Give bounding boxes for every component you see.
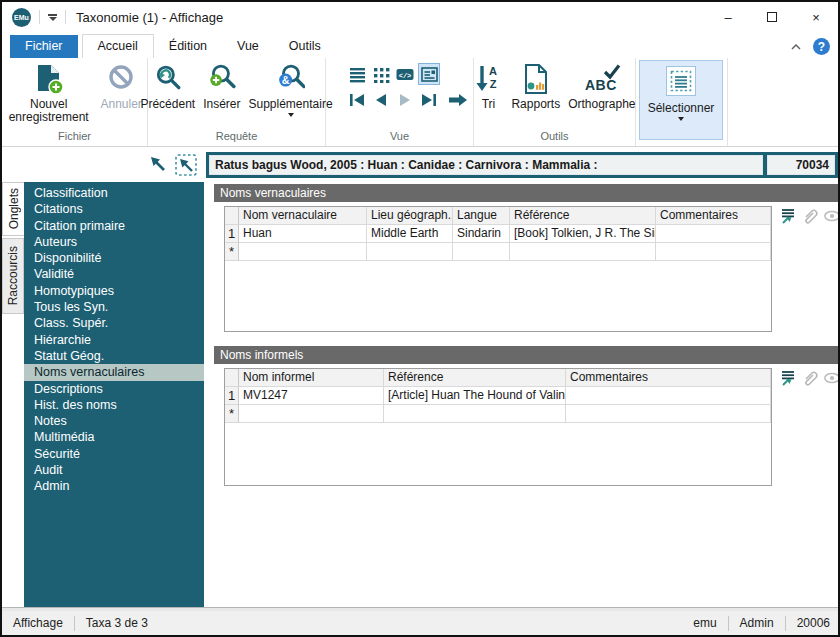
column-header[interactable]: Nom informel [239,369,384,387]
spelling-button[interactable]: ABC Orthographe [564,61,639,113]
pointer-tool-icon[interactable] [148,154,168,180]
sidebar-item[interactable]: Citations [24,201,204,217]
additional-query-button[interactable]: & Supplémentaire [245,61,337,119]
sidebar-item[interactable]: Tous les Syn. [24,299,204,315]
sidebar-item[interactable]: Validité [24,266,204,282]
column-header[interactable]: Nom vernaculaire [239,207,367,225]
list-view-icon[interactable] [346,63,368,85]
sidebar-item[interactable]: Hiérarchie [24,332,204,348]
sidebar-item[interactable]: Homotypiques [24,283,204,299]
sort-button[interactable]: A Z Tri [469,61,507,113]
goto-record-icon[interactable] [447,89,469,111]
column-header[interactable]: Commentaires [656,207,771,225]
grid-view-icon[interactable] [370,63,392,85]
table-cell[interactable] [566,387,771,405]
svg-text:Z: Z [490,78,497,90]
next-record-icon[interactable] [394,89,416,111]
table-cell[interactable] [656,243,771,261]
fill-down-icon[interactable] [778,368,797,387]
sidebar-tab-onglets[interactable]: Onglets [2,182,24,236]
tab-outils[interactable]: Outils [274,35,336,58]
insert-button[interactable]: Insérer [199,61,244,113]
last-record-icon[interactable] [418,89,440,111]
column-header[interactable]: Langue [453,207,510,225]
column-header[interactable]: Référence [384,369,566,387]
tab-edition[interactable]: Édition [154,35,222,58]
ribbon-group-vue: </> [326,58,474,146]
table-cell[interactable] [239,243,367,261]
sidebar-item[interactable]: Multimédia [24,429,204,445]
form-view-icon[interactable] [418,63,440,85]
attachment-icon[interactable] [800,206,819,225]
reports-button[interactable]: Rapports [507,61,564,113]
emu-logo-icon[interactable]: EMu [12,8,31,27]
sidebar-item[interactable]: Notes [24,413,204,429]
select-region-tool-icon[interactable] [175,154,197,180]
table-cell[interactable]: [Book] Tolkien, J R. The Sil... [510,225,656,243]
sidebar-item[interactable]: Class. Supér. [24,315,204,331]
ribbon: Nouvel enregistrement Annuler Fichier [2,58,838,147]
table-row: * [225,405,771,423]
sidebar-tab-list: ClassificationCitationsCitation primaire… [24,182,204,612]
table-cell[interactable] [384,405,566,423]
table-cell[interactable] [367,243,453,261]
table-cell[interactable] [656,225,771,243]
sidebar-tab-raccourcis[interactable]: Raccourcis [2,238,24,314]
attachment-icon[interactable] [800,368,819,387]
separator [39,10,40,24]
table-cell[interactable]: Sindarin [453,225,510,243]
new-record-button[interactable]: Nouvel enregistrement [2,61,95,126]
table-cell[interactable] [453,243,510,261]
fill-down-icon[interactable] [778,206,797,225]
sidebar-item[interactable]: Classification [24,185,204,201]
cancel-icon [106,63,136,95]
table-cell[interactable] [510,243,656,261]
column-header[interactable]: Lieu géograph... [367,207,453,225]
sidebar-item[interactable]: Descriptions [24,381,204,397]
sidebar-item[interactable]: Citation primaire [24,218,204,234]
ribbon-tab-row: Fichier Accueil Édition Vue Outils ? [2,32,838,58]
previous-query-button[interactable]: Précédent [136,61,199,113]
code-view-icon[interactable]: </> [394,63,416,85]
minimize-button[interactable]: – [706,2,750,32]
select-button[interactable]: Sélectionner [639,60,723,140]
status-bar: Affichage Taxa 3 de 3 emu Admin 20006 [2,611,838,635]
row-number[interactable]: 1 [225,225,239,243]
table-cell[interactable]: Huan [239,225,367,243]
previous-record-icon[interactable] [370,89,392,111]
sidebar-item[interactable]: Auteurs [24,234,204,250]
help-icon[interactable]: ? [813,38,830,55]
collapse-ribbon-icon[interactable] [791,44,801,50]
dropdown-caret-icon [288,113,294,117]
table-cell[interactable] [239,405,384,423]
record-header-bar: Ratus bagus Wood, 2005 : Huan : Canidae … [206,152,838,178]
insert-icon [208,63,236,95]
row-number[interactable]: * [225,243,239,261]
view-attachment-eye-icon[interactable] [822,368,840,387]
svg-text:ABC: ABC [585,77,617,93]
row-number[interactable]: 1 [225,387,239,405]
sidebar-item[interactable]: Audit [24,462,204,478]
tab-vue[interactable]: Vue [222,35,274,58]
quick-access-dropdown-icon[interactable] [48,14,57,21]
row-number[interactable]: * [225,405,239,423]
table-cell[interactable]: MV1247 [239,387,384,405]
maximize-button[interactable] [750,2,794,32]
sidebar-item[interactable]: Statut Géog. [24,348,204,364]
sidebar-item[interactable]: Disponibilité [24,250,204,266]
table-cell[interactable] [566,405,771,423]
column-header[interactable]: Référence [510,207,656,225]
ribbon-group-requete: Précédent Insérer [148,58,326,146]
tab-accueil[interactable]: Accueil [82,34,154,58]
sidebar-item[interactable]: Sécurité [24,446,204,462]
sidebar-item[interactable]: Noms vernaculaires [24,364,204,380]
sidebar-item[interactable]: Hist. des noms [24,397,204,413]
close-button[interactable]: × [794,2,838,32]
first-record-icon[interactable] [346,89,368,111]
table-cell[interactable]: Middle Earth [367,225,453,243]
table-cell[interactable]: [Article] Huan The Hound of Valinor. [384,387,566,405]
column-header[interactable]: Commentaires [566,369,771,387]
tab-fichier[interactable]: Fichier [10,35,78,58]
view-attachment-eye-icon[interactable] [822,206,840,225]
sidebar-item[interactable]: Admin [24,478,204,494]
